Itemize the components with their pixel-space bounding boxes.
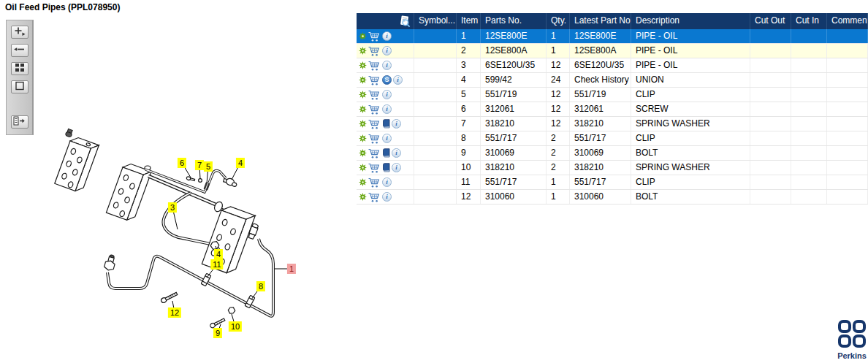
- cart-icon[interactable]: [368, 61, 381, 71]
- table-row[interactable]: Si4599/4224Check HistoryUNION: [357, 73, 868, 88]
- gear-icon[interactable]: [359, 164, 367, 172]
- supersession-icon[interactable]: S: [382, 75, 392, 85]
- cart-icon[interactable]: [368, 75, 381, 85]
- gear-icon[interactable]: [359, 134, 367, 142]
- info-icon[interactable]: i: [382, 192, 392, 202]
- cell-symbol: [414, 117, 457, 131]
- cell-comment: [827, 131, 868, 145]
- info-icon[interactable]: i: [382, 104, 392, 114]
- row-actions: i: [357, 146, 414, 160]
- table-row[interactable]: i36SE120U/35126SE120U/35PIPE - OIL: [357, 58, 868, 73]
- callout-6[interactable]: 6: [178, 158, 186, 168]
- column-header-item[interactable]: Item: [457, 13, 481, 29]
- table-row[interactable]: i11551/7171551/717CLIP: [357, 175, 868, 190]
- info-icon[interactable]: i: [382, 90, 392, 99]
- info-icon[interactable]: i: [392, 163, 401, 172]
- table-row[interactable]: i93100692310069BOLT: [357, 146, 868, 161]
- book-icon[interactable]: [382, 163, 390, 172]
- cart-icon[interactable]: [368, 31, 381, 42]
- cart-icon[interactable]: [368, 177, 381, 188]
- book-icon[interactable]: [382, 148, 390, 158]
- gear-icon[interactable]: [359, 105, 367, 113]
- cell-comment: [827, 161, 868, 175]
- column-header-cut_out[interactable]: Cut Out: [750, 13, 791, 29]
- column-header-cut_in[interactable]: Cut In: [791, 13, 827, 29]
- cell-parts_no: 12SE800A: [481, 44, 547, 58]
- cell-desc: SPRING WASHER: [631, 161, 750, 175]
- info-icon[interactable]: i: [382, 31, 392, 41]
- results-filter-icon[interactable]: [398, 15, 411, 28]
- table-row[interactable]: i103182102318210SPRING WASHER: [357, 161, 868, 175]
- info-icon[interactable]: i: [382, 61, 392, 70]
- callout-12[interactable]: 12: [168, 307, 181, 318]
- cart-icon[interactable]: [368, 134, 381, 144]
- callout-7[interactable]: 7: [195, 160, 204, 170]
- cart-icon[interactable]: [368, 163, 381, 173]
- gear-icon[interactable]: [359, 61, 367, 69]
- table-row[interactable]: i212SE800A112SE800APIPE - OIL: [357, 44, 868, 58]
- info-icon[interactable]: i: [392, 119, 401, 129]
- info-icon[interactable]: i: [393, 75, 403, 85]
- gear-icon[interactable]: [359, 178, 367, 186]
- column-header-desc[interactable]: Description: [631, 13, 750, 29]
- cell-symbol: [414, 131, 457, 145]
- cell-symbol: [414, 88, 457, 102]
- callout-9[interactable]: 9: [213, 328, 222, 338]
- gear-icon[interactable]: [359, 91, 367, 99]
- cell-cut_out: [750, 146, 791, 160]
- column-header-icons[interactable]: [357, 13, 414, 29]
- cell-desc: CLIP: [631, 88, 750, 102]
- gear-icon[interactable]: [359, 47, 367, 55]
- column-header-comment[interactable]: Comment: [827, 13, 868, 29]
- table-row[interactable]: i631206112312061SCREW: [357, 102, 868, 117]
- washer-fitting: [199, 179, 202, 183]
- cart-icon[interactable]: [368, 119, 381, 129]
- row-actions: i: [357, 131, 414, 145]
- cell-desc: UNION: [631, 73, 750, 87]
- callout-10[interactable]: 10: [229, 321, 242, 332]
- cart-icon[interactable]: [368, 104, 381, 115]
- column-header-qty[interactable]: Qty.: [547, 13, 570, 29]
- gear-icon[interactable]: [359, 120, 367, 128]
- cell-latest: 551/717: [570, 131, 631, 145]
- cell-latest: 310069: [570, 146, 631, 160]
- gear-icon[interactable]: [359, 193, 367, 201]
- cell-qty: 1: [547, 29, 570, 43]
- table-row[interactable]: i731821012318210SPRING WASHER: [357, 117, 868, 131]
- table-row[interactable]: i8551/7172551/717CLIP: [357, 131, 868, 146]
- cell-desc: SPRING WASHER: [631, 117, 750, 131]
- callout-1[interactable]: 1: [287, 264, 296, 274]
- table-row[interactable]: i112SE800E112SE800EPIPE - OIL: [357, 29, 868, 44]
- gear-icon[interactable]: [359, 32, 367, 40]
- cell-parts_no: 318210: [481, 117, 547, 131]
- row-actions: i: [357, 29, 414, 43]
- cart-icon[interactable]: [368, 46, 381, 56]
- row-actions: i: [357, 102, 414, 116]
- callout-3[interactable]: 3: [168, 202, 177, 213]
- gear-icon[interactable]: [359, 76, 367, 84]
- table-row[interactable]: i5551/71912551/719CLIP: [357, 88, 868, 102]
- callout-11[interactable]: 11: [210, 259, 223, 270]
- cart-icon[interactable]: [368, 192, 381, 202]
- info-icon[interactable]: i: [392, 148, 401, 158]
- table-body: i112SE800E112SE800EPIPE - OILi212SE800A1…: [357, 29, 868, 205]
- info-icon[interactable]: i: [382, 177, 392, 187]
- column-header-symbol[interactable]: Symbol...: [414, 13, 457, 29]
- callout-4[interactable]: 4: [236, 158, 245, 168]
- book-icon[interactable]: [382, 119, 390, 129]
- cell-symbol: [414, 161, 457, 175]
- info-icon[interactable]: i: [382, 46, 392, 56]
- table-row[interactable]: i123100601310060BOLT: [357, 190, 868, 205]
- cart-icon[interactable]: [368, 148, 381, 158]
- callout-4[interactable]: 4: [214, 249, 223, 259]
- info-icon[interactable]: i: [382, 134, 392, 143]
- gear-icon[interactable]: [359, 149, 367, 157]
- column-header-parts_no[interactable]: Parts No.: [481, 13, 547, 29]
- callout-5[interactable]: 5: [204, 161, 213, 172]
- cell-parts_no: 310069: [481, 146, 547, 160]
- perkins-rings-icon: [837, 337, 867, 350]
- cart-icon[interactable]: [368, 90, 381, 100]
- column-header-latest[interactable]: Latest Part No.: [570, 13, 631, 29]
- callout-8[interactable]: 8: [256, 281, 265, 291]
- app-window: Oil Feed Pipes (PPL078950): [0, 0, 868, 363]
